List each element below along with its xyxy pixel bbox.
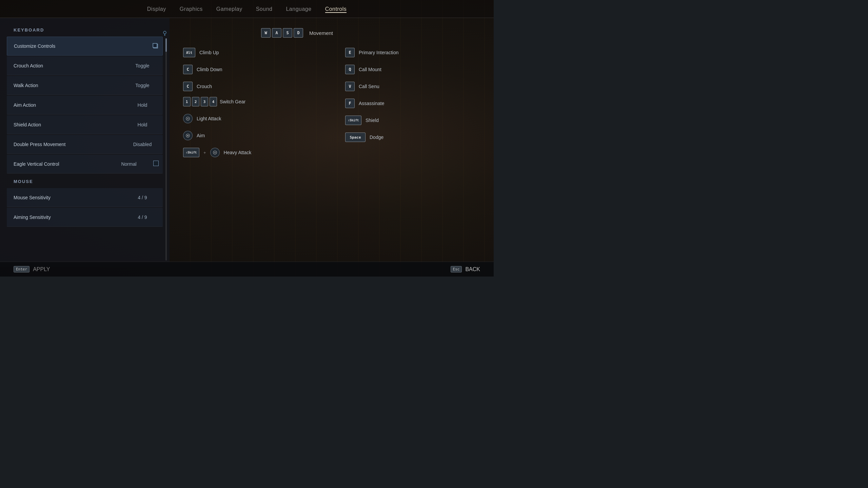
light-attack-label: Light Attack xyxy=(197,116,221,121)
scrollbar-track[interactable] xyxy=(165,38,167,261)
key-2: 2 xyxy=(192,97,199,106)
svg-marker-2 xyxy=(164,35,165,36)
call-senu-key: V xyxy=(345,82,355,91)
call-senu-binding: V Call Senu xyxy=(345,82,480,91)
switch-gear-binding: 1 2 3 4 Switch Gear xyxy=(183,97,318,106)
svg-rect-4 xyxy=(153,43,157,47)
num-keys: 1 2 3 4 xyxy=(183,97,217,106)
shield-action-row[interactable]: Shield Action Hold xyxy=(7,115,163,134)
key-w: W xyxy=(261,28,271,38)
scrollbar-thumb[interactable] xyxy=(165,38,167,52)
movement-header: W A S D Movement xyxy=(261,28,480,38)
customize-controls-label: Customize Controls xyxy=(7,43,148,49)
plus-sign: + xyxy=(203,150,206,155)
aim-binding: Aim xyxy=(183,131,318,140)
walk-action-label: Walk Action xyxy=(7,83,122,88)
aim-label: Aim xyxy=(197,133,205,138)
svg-point-0 xyxy=(163,31,166,34)
dodge-key: Space xyxy=(345,133,366,142)
eagle-vertical-checkbox[interactable] xyxy=(149,161,163,167)
left-binding-column: Alt Climb Up C Climb Down C Crouch xyxy=(183,48,318,157)
movement-label: Movement xyxy=(309,30,333,36)
nav-sound[interactable]: Sound xyxy=(256,6,273,13)
light-attack-binding: Light Attack xyxy=(183,114,318,123)
assassinate-key: F xyxy=(345,99,355,108)
nav-graphics[interactable]: Graphics xyxy=(180,6,203,13)
aim-btn xyxy=(183,131,193,140)
climb-down-key: C xyxy=(183,65,193,74)
key-3: 3 xyxy=(201,97,208,106)
back-label: BACK xyxy=(465,266,480,272)
climb-down-label: Climb Down xyxy=(197,67,222,72)
light-attack-btn xyxy=(183,114,193,123)
climb-up-label: Climb Up xyxy=(199,50,219,55)
key-d: D xyxy=(294,28,303,38)
dodge-binding: Space Dodge xyxy=(345,133,480,142)
apply-label: APPLY xyxy=(33,266,50,272)
key-1: 1 xyxy=(183,97,191,106)
dodge-label: Dodge xyxy=(370,135,383,140)
double-press-movement-row[interactable]: Double Press Movement Disabled xyxy=(7,135,163,154)
key-s: S xyxy=(283,28,292,38)
key-a: A xyxy=(272,28,281,38)
apply-key-badge: Enter xyxy=(14,266,29,272)
aiming-sensitivity-label: Aiming Sensitivity xyxy=(7,215,122,220)
nav-gameplay[interactable]: Gameplay xyxy=(216,6,242,13)
assassinate-binding: F Assassinate xyxy=(345,99,480,108)
shield-action-label: Shield Action xyxy=(7,122,122,127)
bottom-bar: Enter APPLY Esc BACK xyxy=(0,262,494,277)
aim-action-value: Hold xyxy=(122,102,163,108)
aim-action-label: Aim Action xyxy=(7,102,122,108)
apply-button[interactable]: Enter APPLY xyxy=(14,266,50,272)
primary-interaction-key: E xyxy=(345,48,355,57)
wasd-keys: W A S D xyxy=(261,28,303,38)
right-binding-column: E Primary Interaction Q Call Mount V Cal… xyxy=(345,48,480,157)
crouch-action-value: Toggle xyxy=(122,63,163,68)
heavy-attack-label: Heavy Attack xyxy=(224,150,252,155)
back-key-badge: Esc xyxy=(451,266,462,272)
nav-display[interactable]: Display xyxy=(147,6,166,13)
aiming-sensitivity-row[interactable]: Aiming Sensitivity 4 / 9 xyxy=(7,208,163,227)
eagle-vertical-control-row[interactable]: Eagle Vertical Control Normal xyxy=(7,155,163,174)
top-navigation: Display Graphics Gameplay Sound Language… xyxy=(0,0,494,18)
keyboard-section-label: KEYBOARD xyxy=(0,25,170,36)
call-mount-binding: Q Call Mount xyxy=(345,65,480,74)
heavy-attack-btn xyxy=(210,148,220,157)
primary-interaction-binding: E Primary Interaction xyxy=(345,48,480,57)
climb-up-binding: Alt Climb Up xyxy=(183,48,318,57)
mouse-sensitivity-value: 4 / 9 xyxy=(122,195,163,200)
shield-action-value: Hold xyxy=(122,122,163,127)
assassinate-label: Assassinate xyxy=(359,101,384,106)
main-content: KEYBOARD Customize Controls Crouch Actio… xyxy=(0,18,494,267)
column-spacer xyxy=(318,48,345,157)
aim-action-row[interactable]: Aim Action Hold xyxy=(7,96,163,115)
shield-key: ⇧Shift xyxy=(345,116,361,125)
bindings-container: Alt Climb Up C Climb Down C Crouch xyxy=(183,48,480,157)
right-panel: W A S D Movement Alt Climb Up xyxy=(170,18,494,267)
eagle-vertical-label: Eagle Vertical Control xyxy=(7,161,108,167)
crouch-label: Crouch xyxy=(197,84,212,89)
call-mount-key: Q xyxy=(345,65,355,74)
crouch-key: C xyxy=(183,82,193,91)
nav-controls[interactable]: Controls xyxy=(325,6,347,13)
walk-action-row[interactable]: Walk Action Toggle xyxy=(7,76,163,95)
shield-binding: ⇧Shift Shield xyxy=(345,116,480,125)
customize-controls-row[interactable]: Customize Controls xyxy=(7,37,163,56)
walk-action-value: Toggle xyxy=(122,83,163,88)
shift-key: ⇧Shift xyxy=(183,148,199,157)
copy-icon xyxy=(148,43,162,50)
nav-language[interactable]: Language xyxy=(286,6,311,13)
climb-down-binding: C Climb Down xyxy=(183,65,318,74)
svg-point-7 xyxy=(187,135,189,136)
aiming-sensitivity-value: 4 / 9 xyxy=(122,215,163,220)
heavy-attack-binding: ⇧Shift + Heavy Attack xyxy=(183,148,318,157)
primary-interaction-label: Primary Interaction xyxy=(359,50,398,55)
back-button[interactable]: Esc BACK xyxy=(451,266,480,272)
crouch-action-row[interactable]: Crouch Action Toggle xyxy=(7,56,163,75)
keybind-overlay: W A S D Movement Alt Climb Up xyxy=(170,18,494,267)
mouse-sensitivity-label: Mouse Sensitivity xyxy=(7,195,122,200)
shield-label: Shield xyxy=(366,118,379,123)
eagle-vertical-value: Normal xyxy=(108,161,149,167)
mouse-sensitivity-row[interactable]: Mouse Sensitivity 4 / 9 xyxy=(7,188,163,207)
call-mount-label: Call Mount xyxy=(359,67,381,72)
